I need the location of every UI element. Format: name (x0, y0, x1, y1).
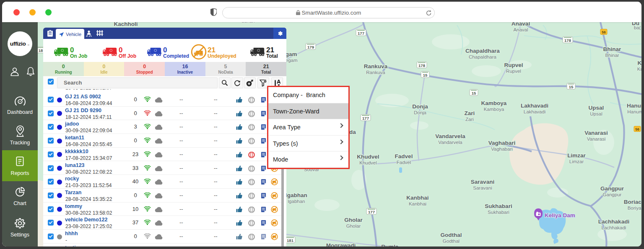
svg-text:Vaghabari: Vaghabari (488, 140, 516, 146)
svg-text:177: 177 (358, 31, 364, 36)
svg-text:Hanum: Hanum (627, 103, 641, 109)
svg-text:Gangpur: Gangpur (603, 192, 622, 197)
svg-text:Rupvel: Rupvel (506, 69, 521, 74)
svg-text:Kachholi: Kachholi (114, 22, 138, 27)
svg-text:Limzar: Limzar (567, 152, 586, 159)
svg-text:Chapaldhara: Chapaldhara (469, 54, 496, 59)
svg-text:Keliya Dam: Keliya Dam (545, 212, 575, 218)
svg-text:178: 178 (564, 38, 571, 43)
svg-text:Anaval: Anaval (512, 22, 530, 27)
svg-text:Kanbhai: Kanbhai (406, 195, 428, 201)
svg-text:Lachhakadi: Lachhakadi (602, 225, 626, 230)
svg-text:Kanbhai: Kanbhai (409, 201, 426, 206)
svg-text:Sukhabari: Sukhabari (485, 203, 512, 209)
svg-text:177: 177 (368, 210, 375, 214)
svg-text:Vandarvela: Vandarvela (435, 133, 465, 139)
svg-text:Vanarasi: Vanarasi (587, 136, 606, 141)
svg-text:Anaval: Anaval (513, 27, 528, 32)
svg-text:Hanuma: Hanuma (627, 109, 641, 114)
svg-text:Gholar: Gholar (346, 223, 361, 228)
svg-text:lgabhan: lgabhan (286, 192, 307, 198)
svg-text:ba(: ba( (634, 25, 641, 30)
svg-text:Limzar: Limzar (569, 159, 584, 164)
svg-text:Lakhavadi: Lakhavadi (521, 103, 548, 109)
svg-text:Saravani: Saravani (473, 185, 492, 190)
svg-text:Kure: Kure (637, 67, 641, 72)
svg-text:Gangpur: Gangpur (600, 185, 624, 192)
svg-text:Kamboya: Kamboya (484, 107, 504, 112)
svg-text:Boriach: Boriach (624, 199, 641, 205)
svg-text:15: 15 (569, 85, 574, 89)
svg-text:Saravani: Saravani (471, 179, 494, 185)
svg-text:Rumla: Rumla (381, 244, 399, 246)
svg-text:Fadvel: Fadvel (397, 160, 411, 165)
svg-text:Mograwadi: Mograwadi (326, 242, 356, 246)
svg-text:56: 56 (602, 30, 606, 34)
svg-text:Rankuva: Rankuva (364, 63, 388, 69)
svg-text:Rupvel: Rupvel (504, 62, 523, 68)
svg-text:Lakhavadi: Lakhavadi (524, 109, 545, 114)
svg-text:179: 179 (307, 45, 314, 49)
svg-text:Fadvel: Fadvel (395, 153, 413, 159)
svg-text:Vaghabari: Vaghabari (491, 146, 513, 151)
svg-text:Kur: Kur (637, 60, 641, 66)
svg-text:adhan: adhan (242, 22, 255, 23)
svg-text:Upsal: Upsal (589, 105, 604, 111)
svg-text:Vanarasi: Vanarasi (584, 130, 608, 136)
svg-text:Gholar: Gholar (344, 217, 363, 223)
svg-text:Upsal: Upsal (590, 111, 602, 116)
svg-text:Kamboya: Kamboya (481, 100, 507, 106)
svg-text:Lachhakadi: Lachhakadi (598, 218, 629, 225)
svg-text:177: 177 (362, 116, 369, 121)
svg-text:Sukhabari: Sukhabari (488, 210, 509, 215)
svg-text:Boriya: Boriya (628, 205, 641, 210)
svg-text:Godthal: Godthal (441, 232, 462, 238)
svg-text:lgabhan: lgabhan (288, 199, 305, 204)
svg-text:Vandarvela: Vandarvela (438, 140, 462, 145)
svg-text:18: 18 (39, 48, 43, 53)
svg-text:Khudvel: Khudvel (357, 154, 379, 160)
svg-text:Zari: Zari (465, 110, 475, 116)
svg-text:15: 15 (472, 91, 476, 95)
svg-text:56: 56 (635, 127, 639, 131)
svg-text:15: 15 (423, 73, 428, 77)
svg-text:Donja: Donja (412, 103, 428, 110)
svg-text:Bhinar: Bhinar (605, 53, 619, 58)
svg-text:da: da (349, 129, 356, 135)
svg-text:Rankuva: Rankuva (366, 70, 385, 75)
svg-text:Zari: Zari (465, 117, 474, 122)
svg-text:Chapaldhara: Chapaldhara (465, 48, 500, 54)
svg-text:Godthal: Godthal (443, 239, 460, 244)
svg-text:Bhinar: Bhinar (603, 46, 622, 52)
svg-text:178: 178 (418, 63, 425, 68)
svg-text:Donja: Donja (414, 110, 427, 115)
svg-text:Khudvel: Khudvel (359, 160, 377, 165)
svg-text:181: 181 (287, 238, 294, 243)
